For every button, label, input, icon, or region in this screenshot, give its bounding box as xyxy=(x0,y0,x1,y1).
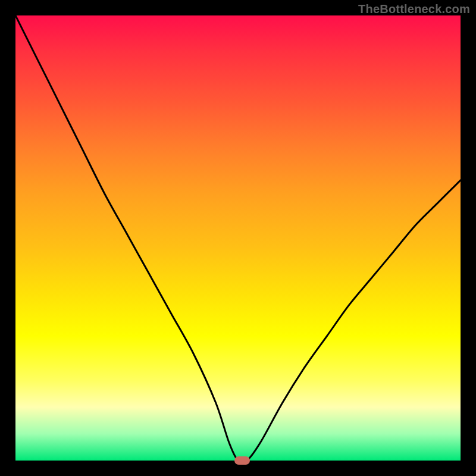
optimal-point-marker xyxy=(234,456,250,465)
bottleneck-curve xyxy=(15,15,461,461)
chart-frame: TheBottleneck.com xyxy=(0,0,476,476)
plot-area xyxy=(15,15,461,461)
watermark-text: TheBottleneck.com xyxy=(358,2,470,16)
